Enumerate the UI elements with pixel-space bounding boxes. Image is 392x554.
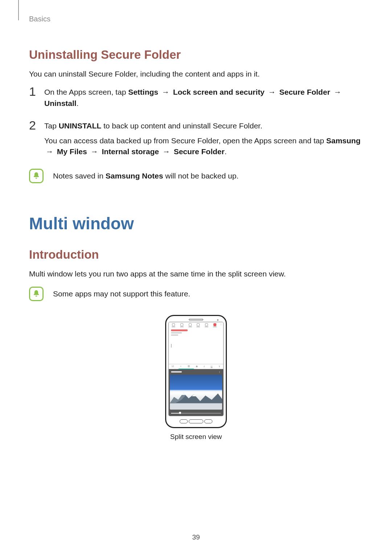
margin-rule xyxy=(18,0,19,20)
list-icon: ≡ xyxy=(180,365,181,368)
svg-marker-3 xyxy=(192,394,196,397)
multiwindow-intro: Multi window lets you run two apps at th… xyxy=(29,268,363,279)
more-icon: ⋮ xyxy=(219,370,221,374)
italic-icon: I xyxy=(204,365,204,368)
text: will not be backed up. xyxy=(163,172,238,180)
samsung-notes: Samsung Notes xyxy=(106,172,163,180)
arrow-icon: → xyxy=(161,147,172,156)
step-number: 2 xyxy=(29,119,39,159)
note-title-placeholder xyxy=(171,329,188,331)
gallery-title-placeholder xyxy=(171,371,182,373)
bold-icon: B xyxy=(196,365,198,368)
arrow-icon: → xyxy=(267,88,277,96)
text: You can access data backed up from Secur… xyxy=(44,136,326,145)
hardware-buttons xyxy=(168,418,224,424)
camera-dot xyxy=(217,319,219,321)
page-number: 39 xyxy=(0,532,392,542)
checkbox-icon: ☑ xyxy=(172,365,174,368)
note-text: Some apps may not support this feature. xyxy=(53,288,190,299)
arrow-icon: → xyxy=(44,147,55,156)
path-myfiles: My Files xyxy=(57,147,87,156)
path-uninstall: Uninstall xyxy=(44,99,77,107)
svg-marker-2 xyxy=(181,393,186,395)
recents-button xyxy=(180,419,188,423)
path-settings: Settings xyxy=(128,88,158,96)
text: On the Apps screen, tap xyxy=(44,88,128,96)
text-color-icon: T xyxy=(219,365,220,368)
step-body: On the Apps screen, tap Settings → Lock … xyxy=(44,87,363,112)
path-lockscreen: Lock screen and security xyxy=(173,88,265,96)
home-button xyxy=(189,419,203,423)
back-button xyxy=(204,419,212,423)
toolbar-item xyxy=(195,323,202,327)
steps-list: 1 On the Apps screen, tap Settings → Loc… xyxy=(29,87,363,161)
path-samsung: Samsung xyxy=(326,136,361,145)
step-2: 2 Tap UNINSTALL to back up content and u… xyxy=(29,120,363,161)
uninstall-intro: You can uninstall Secure Folder, includi… xyxy=(29,69,363,79)
phone-screen: ⋮ ☑ ≡ ☰ B I U T xyxy=(168,322,224,416)
numbered-list-icon: ☰ xyxy=(188,365,190,368)
path-secure-folder: Secure Folder xyxy=(174,147,225,156)
photo-thumbnail xyxy=(170,375,222,410)
bell-icon xyxy=(29,287,44,301)
gallery-header: ⋮ xyxy=(169,369,223,374)
arrow-icon: → xyxy=(89,147,100,156)
arrow-icon: → xyxy=(160,88,171,96)
phone-illustration: ⋮ ☑ ≡ ☰ B I U T xyxy=(165,315,227,428)
text: . xyxy=(225,147,227,156)
step-body: Tap UNINSTALL to back up content and uni… xyxy=(44,120,363,161)
text: Tap xyxy=(44,122,59,130)
running-header: Basics xyxy=(29,14,363,24)
heading-uninstalling: Uninstalling Secure Folder xyxy=(29,46,363,63)
bottom-app-pane: ⋮ xyxy=(169,369,223,416)
step-1: 1 On the Apps screen, tap Settings → Loc… xyxy=(29,87,363,112)
note-line xyxy=(171,332,182,333)
more-icon: ⋮ xyxy=(220,323,222,327)
text: to back up content and uninstall Secure … xyxy=(101,122,262,130)
notes-toolbar: ⋮ xyxy=(169,322,223,328)
uninstall-button-label: UNINSTALL xyxy=(59,122,101,130)
toolbar-item xyxy=(203,323,210,327)
note-block: Some apps may not support this feature. xyxy=(29,287,363,301)
toolbar-item xyxy=(170,323,177,327)
text: . xyxy=(77,99,79,107)
figure: ⋮ ☑ ≡ ☰ B I U T xyxy=(29,315,363,442)
top-app-pane: ⋮ ☑ ≡ ☰ B I U T xyxy=(169,322,223,369)
path-internal-storage: Internal storage xyxy=(102,147,159,156)
path-secure-folder: Secure Folder xyxy=(279,88,330,96)
note-line xyxy=(171,335,178,336)
note-block: Notes saved in Samsung Notes will not be… xyxy=(29,169,363,183)
format-row: ☑ ≡ ☰ B I U T xyxy=(169,364,223,369)
speaker xyxy=(189,319,203,320)
text: Notes saved in xyxy=(53,172,106,180)
arrow-icon: → xyxy=(332,88,343,96)
toolbar-item xyxy=(187,323,193,327)
underline-icon: U xyxy=(211,365,212,368)
heading-multiwindow: Multi window xyxy=(29,212,363,236)
toolbar-item xyxy=(179,323,185,327)
bell-icon xyxy=(29,169,44,183)
text-cursor xyxy=(171,344,172,348)
step-number: 1 xyxy=(29,85,39,111)
toolbar-record xyxy=(211,323,218,327)
seek-bar xyxy=(171,411,221,415)
note-text: Notes saved in Samsung Notes will not be… xyxy=(53,171,238,181)
document-page: Basics Uninstalling Secure Folder You ca… xyxy=(0,0,392,554)
mountain-graphic xyxy=(170,389,222,403)
heading-introduction: Introduction xyxy=(29,246,363,263)
figure-caption: Split screen view xyxy=(170,432,222,442)
